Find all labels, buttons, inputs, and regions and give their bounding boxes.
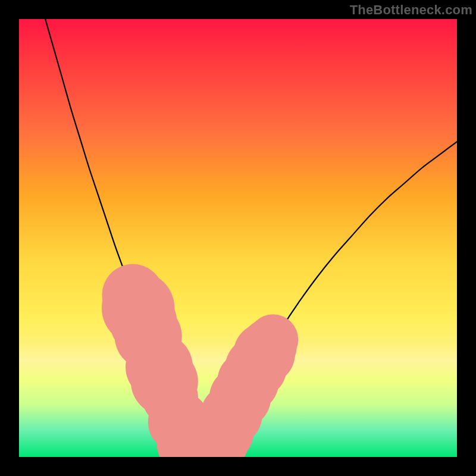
- chart-svg: [19, 19, 457, 457]
- curve-marker: [248, 314, 298, 365]
- curve-markers: [102, 264, 298, 457]
- chart-plot-area: [19, 19, 457, 457]
- chart-frame: TheBottleneck.com: [0, 0, 476, 476]
- watermark-text: TheBottleneck.com: [350, 2, 472, 18]
